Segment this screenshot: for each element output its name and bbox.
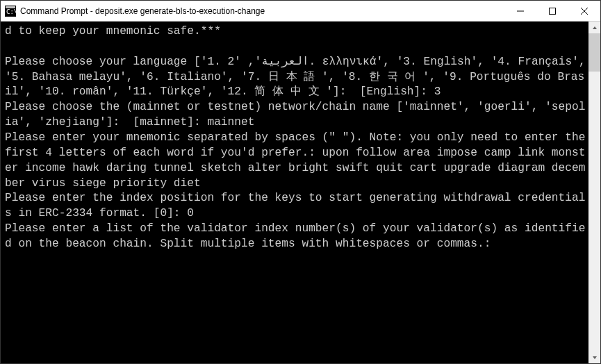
scroll-down-arrow-icon[interactable]	[588, 351, 600, 363]
terminal-area: d to keep your mnemonic safe.*** Please …	[1, 22, 600, 363]
command-prompt-window: C:\ Command Prompt - deposit.exe generat…	[0, 0, 601, 364]
window-title: Command Prompt - deposit.exe generate-bl…	[20, 6, 504, 16]
svg-marker-7	[593, 26, 597, 29]
window-controls	[504, 1, 600, 21]
titlebar[interactable]: C:\ Command Prompt - deposit.exe generat…	[1, 1, 600, 22]
vertical-scrollbar[interactable]	[588, 22, 600, 363]
svg-marker-8	[593, 356, 597, 359]
terminal-output[interactable]: d to keep your mnemonic safe.*** Please …	[1, 22, 588, 363]
cmd-icon: C:\	[5, 6, 16, 17]
maximize-button[interactable]	[536, 1, 568, 21]
minimize-button[interactable]	[504, 1, 536, 21]
svg-text:C:\: C:\	[6, 8, 16, 15]
close-button[interactable]	[568, 1, 600, 21]
scroll-up-arrow-icon[interactable]	[588, 22, 600, 33]
scroll-thumb[interactable]	[588, 33, 600, 72]
svg-rect-4	[550, 8, 556, 14]
